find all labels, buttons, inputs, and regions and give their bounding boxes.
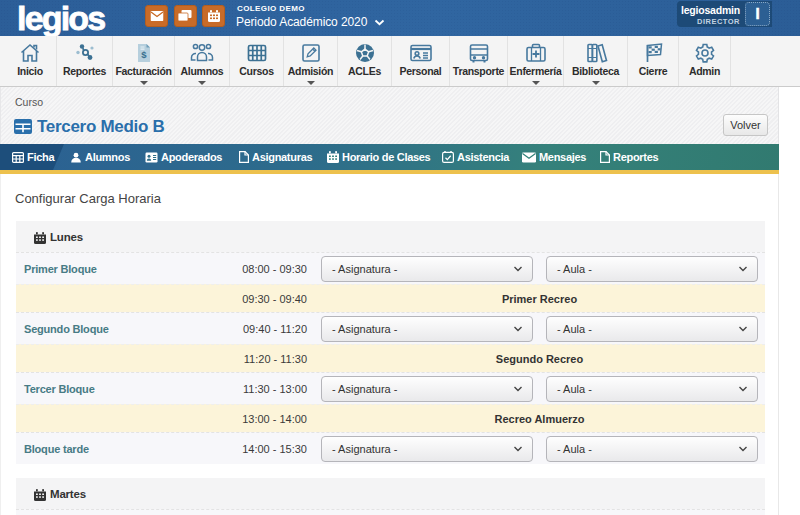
svg-text:$: $	[141, 49, 147, 60]
